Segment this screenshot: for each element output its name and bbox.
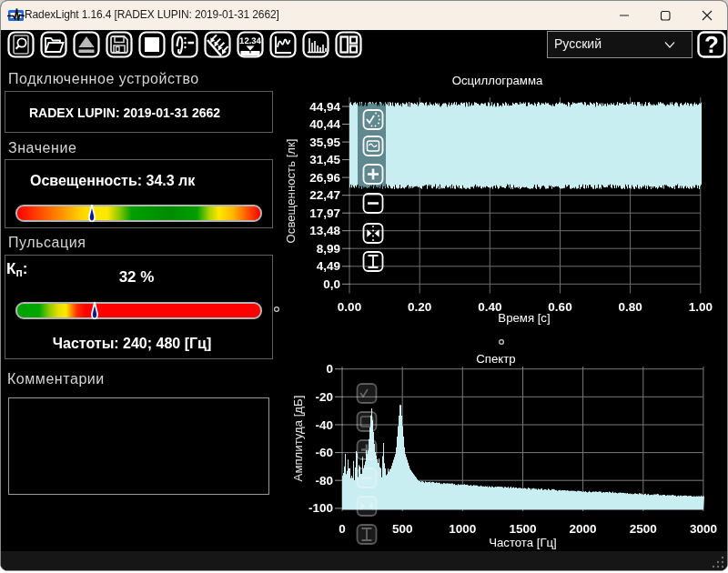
svg-text:22,47: 22,47 <box>309 188 340 202</box>
svg-text:Освещенность [лк]: Освещенность [лк] <box>284 139 298 244</box>
svg-text:8,99: 8,99 <box>317 242 340 256</box>
svg-text:1.00: 1.00 <box>689 300 713 314</box>
svg-text:Осциллограмма: Осциллограмма <box>452 74 543 87</box>
svg-text:2000: 2000 <box>570 522 597 536</box>
svg-text:-20: -20 <box>315 390 333 404</box>
svg-text:Спектр: Спектр <box>476 352 515 366</box>
svg-text:2500: 2500 <box>630 522 657 536</box>
svg-text:-60: -60 <box>315 446 333 459</box>
svg-text:0.00: 0.00 <box>338 300 361 314</box>
svg-text:44,94: 44,94 <box>309 100 340 114</box>
svg-text:31,45: 31,45 <box>309 153 340 166</box>
svg-text:0.60: 0.60 <box>548 300 571 314</box>
svg-text:Амплитуда [дБ]: Амплитуда [дБ] <box>291 396 305 482</box>
svg-text:0: 0 <box>326 362 333 376</box>
svg-text:500: 500 <box>392 522 413 536</box>
svg-text:0.80: 0.80 <box>618 300 642 314</box>
svg-text:0: 0 <box>339 522 346 536</box>
svg-text:3000: 3000 <box>690 522 717 536</box>
svg-text:17,97: 17,97 <box>309 206 340 220</box>
svg-text:-80: -80 <box>315 474 333 488</box>
svg-text:-100: -100 <box>308 501 333 515</box>
svg-text:-40: -40 <box>315 418 333 432</box>
svg-text:0.20: 0.20 <box>408 300 431 314</box>
svg-text:1000: 1000 <box>449 522 476 536</box>
svg-text:26,96: 26,96 <box>309 171 340 185</box>
svg-text:Время [с]: Время [с] <box>498 311 550 325</box>
svg-text:1500: 1500 <box>509 522 536 536</box>
svg-text:?: ? <box>704 31 719 58</box>
svg-text:12.34: 12.34 <box>239 35 261 45</box>
svg-text:35,95: 35,95 <box>309 136 340 149</box>
svg-text:4,49: 4,49 <box>317 259 340 273</box>
svg-text:40,44: 40,44 <box>309 117 340 131</box>
svg-text:Частота [Гц]: Частота [Гц] <box>489 536 557 549</box>
svg-text:13,48: 13,48 <box>309 224 340 237</box>
svg-text:0,0: 0,0 <box>323 277 340 291</box>
